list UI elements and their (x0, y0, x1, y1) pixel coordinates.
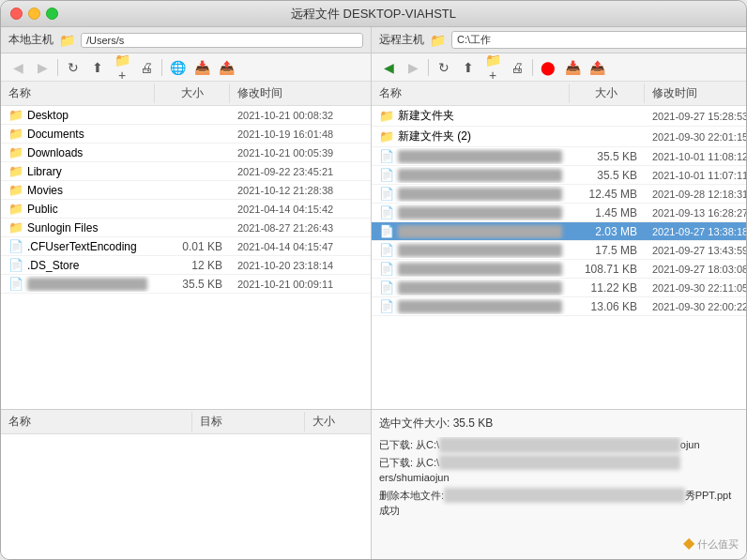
maximize-button[interactable] (46, 8, 58, 20)
right-forward-button[interactable]: ▶ (402, 57, 424, 78)
right-table-header: 名称 大小 修改时间 (372, 82, 746, 106)
file-size (155, 114, 230, 116)
minimize-button[interactable] (28, 8, 40, 20)
transfer-queue: 名称 目标 大小 (1, 410, 372, 559)
file-icon: 📄 (379, 149, 394, 163)
table-row[interactable]: 📁新建文件夹 2021-09-27 15:28:53 (372, 106, 746, 127)
queue-col-size: 大小 (305, 412, 371, 431)
file-size: 0.01 KB (155, 239, 230, 254)
table-row[interactable]: 📁Documents 2021-10-19 16:01:48 (1, 125, 371, 144)
close-button[interactable] (10, 8, 23, 20)
file-icon: 📄 (8, 258, 23, 272)
file-date: 2021-09-28 12:18:31 (645, 188, 746, 201)
file-date: 2021-09-30 22:00:22 (645, 300, 746, 313)
file-date: 2021-10-01 11:07:11 (645, 169, 746, 182)
file-size (155, 189, 230, 191)
file-size: 11.22 KB (570, 280, 645, 295)
file-name: Downloads (27, 146, 83, 159)
left-col-size: 大小 (155, 83, 230, 103)
right-stop-button[interactable]: ⬤ (537, 57, 559, 78)
file-name-cell: 📁Downloads (1, 144, 155, 160)
file-date: 2021-10-20 23:18:14 (230, 259, 371, 272)
table-row[interactable]: 📁Library 2021-09-22 23:45:21 (1, 162, 371, 181)
file-icon: 📄 (379, 280, 394, 295)
table-row[interactable]: 📄▓▓▓▓▓▓▓▓▓▓▓▓▓▓▓▓▓▓▓▓ 108.71 KB 2021-09-… (372, 260, 746, 279)
left-path-box[interactable]: /Users/s (81, 33, 363, 48)
selected-file-size: 选中文件大小: 35.5 KB (379, 416, 739, 431)
table-row[interactable]: 📁Desktop 2021-10-21 00:08:32 (1, 106, 371, 125)
table-row[interactable]: 📄.CFUserTextEncoding 0.01 KB 2021-04-14 … (1, 237, 371, 256)
table-row[interactable]: 📁Public 2021-04-14 04:15:42 (1, 200, 371, 219)
right-path-box[interactable]: C:\工作 (451, 31, 746, 49)
left-back-button[interactable]: ◀ (7, 57, 29, 78)
file-date: 2021-04-14 04:15:47 (230, 240, 371, 253)
file-name: Desktop (27, 109, 69, 122)
file-date: 2021-10-21 00:09:11 (230, 278, 371, 291)
file-date: 2021-10-12 21:28:38 (230, 184, 371, 197)
left-globe-button[interactable]: 🌐 (166, 57, 189, 78)
file-icon: 📄 (8, 239, 23, 253)
table-row[interactable]: 📄▓▓▓▓▓▓▓▓▓▓▓▓▓▓▓▓▓▓ 35.5 KB 2021-10-21 0… (1, 275, 371, 294)
left-new-folder-button[interactable]: 📁+ (111, 57, 133, 78)
file-date: 2021-10-01 11:08:12 (645, 150, 746, 163)
window-controls[interactable] (10, 8, 58, 20)
file-name-cell: 📄▓▓▓▓▓▓▓▓▓▓▓▓▓▓▓▓▓▓▓▓ (372, 148, 570, 164)
file-name-cell: 📁新建文件夹 (372, 107, 570, 125)
file-name: 新建文件夹 (398, 108, 454, 124)
right-up-button[interactable]: ⬆ (457, 57, 480, 78)
file-name-cell: 📄▓▓▓▓▓▓▓▓▓▓▓▓▓▓▓▓▓▓▓▓ (372, 223, 570, 239)
right-refresh-button[interactable]: ↻ (433, 57, 455, 78)
file-size: 108.71 KB (570, 262, 645, 277)
table-row[interactable]: 📄▓▓▓▓▓▓▓▓▓▓▓▓▓▓▓▓▓▓▓▓ 35.5 KB 2021-10-01… (372, 147, 746, 166)
left-panel-header: 本地主机 📁 /Users/s (1, 27, 371, 53)
left-download-button[interactable]: 📥 (191, 57, 213, 78)
left-upload-button[interactable]: 📤 (215, 57, 237, 78)
file-size: 35.5 KB (155, 277, 230, 292)
file-size (155, 152, 230, 154)
file-name: Documents (27, 128, 84, 141)
file-name-cell: 📄▓▓▓▓▓▓▓▓▓▓▓▓▓▓▓▓▓▓ (1, 276, 155, 292)
table-row[interactable]: 📄▓▓▓▓▓▓▓▓▓▓▓▓▓▓▓▓▓▓▓▓ 12.45 MB 2021-09-2… (372, 185, 746, 204)
table-row[interactable]: 📁Downloads 2021-10-21 00:05:39 (1, 144, 371, 162)
table-row[interactable]: 📁Sunlogin Files 2021-08-27 21:26:43 (1, 219, 371, 237)
right-file-list: 📁新建文件夹 2021-09-27 15:28:53 📁新建文件夹 (2) 20… (372, 106, 746, 316)
file-icon: 📁 (8, 145, 23, 159)
file-icon: 📁 (8, 183, 23, 197)
file-date: 2021-08-27 21:26:43 (230, 221, 371, 235)
right-back-button[interactable]: ◀ (377, 57, 400, 78)
table-row[interactable]: 📄.DS_Store 12 KB 2021-10-20 23:18:14 (1, 256, 371, 275)
table-row[interactable]: 📄▓▓▓▓▓▓▓▓▓▓▓▓▓▓▓▓▓▓▓▓ 1.45 MB 2021-09-13… (372, 204, 746, 222)
right-col-size: 大小 (570, 83, 645, 103)
file-name-cell: 📁Library (1, 163, 155, 179)
left-forward-button[interactable]: ▶ (31, 57, 53, 78)
table-row[interactable]: 📄▓▓▓▓▓▓▓▓▓▓▓▓▓▓▓▓▓▓▓▓ 13.06 KB 2021-09-3… (372, 297, 746, 316)
file-date: 2021-04-14 04:15:42 (230, 203, 371, 216)
table-row[interactable]: 📄▓▓▓▓▓▓▓▓▓▓▓▓▓▓▓▓▓▓▓▓ 2.03 MB 2021-09-27… (372, 222, 746, 241)
right-download-button[interactable]: 📥 (561, 57, 584, 78)
file-name: .DS_Store (27, 259, 79, 272)
table-row[interactable]: 📄▓▓▓▓▓▓▓▓▓▓▓▓▓▓▓▓▓▓▓▓ 11.22 KB 2021-09-3… (372, 279, 746, 297)
left-panel: 本地主机 📁 /Users/s ◀ ▶ ↻ ⬆ 📁+ 🖨 🌐 📥 📤 名称 (1, 27, 372, 409)
file-size (155, 208, 230, 210)
file-name-cell: 📄▓▓▓▓▓▓▓▓▓▓▓▓▓▓▓▓▓▓▓▓ (372, 204, 570, 220)
table-row[interactable]: 📄▓▓▓▓▓▓▓▓▓▓▓▓▓▓▓▓▓▓▓▓ 35.5 KB 2021-10-01… (372, 166, 746, 185)
file-size: 12 KB (155, 258, 230, 273)
left-up-button[interactable]: ⬆ (86, 57, 109, 78)
file-name-cell: 📁Public (1, 201, 155, 217)
left-panel-title: 本地主机 (8, 32, 53, 48)
log-line: 删除本地文件:▓▓▓▓▓▓▓▓▓▓▓▓▓▓▓▓▓▓▓▓▓▓▓▓▓▓▓▓▓▓▓▓秀… (379, 488, 739, 519)
file-size: 2.03 MB (570, 224, 645, 239)
right-upload-button[interactable]: 📤 (586, 57, 608, 78)
table-row[interactable]: 📄▓▓▓▓▓▓▓▓▓▓▓▓▓▓▓▓▓▓▓▓ 17.5 MB 2021-09-27… (372, 241, 746, 260)
file-name-cell: 📄▓▓▓▓▓▓▓▓▓▓▓▓▓▓▓▓▓▓▓▓ (372, 261, 570, 277)
right-new-folder-button[interactable]: 📁+ (481, 57, 504, 78)
right-new-file-button[interactable]: 🖨 (506, 57, 528, 78)
table-row[interactable]: 📁Movies 2021-10-12 21:28:38 (1, 181, 371, 200)
file-icon: 📁 (8, 108, 23, 122)
table-row[interactable]: 📁新建文件夹 (2) 2021-09-30 22:01:15 (372, 127, 746, 147)
file-date: 2021-09-27 18:03:08 (645, 263, 746, 276)
left-new-file-button[interactable]: 🖨 (135, 57, 158, 78)
right-panel-header: 远程主机 📁 C:\工作 (372, 27, 746, 53)
file-name: .CFUserTextEncoding (27, 240, 137, 253)
left-refresh-button[interactable]: ↻ (62, 57, 84, 78)
